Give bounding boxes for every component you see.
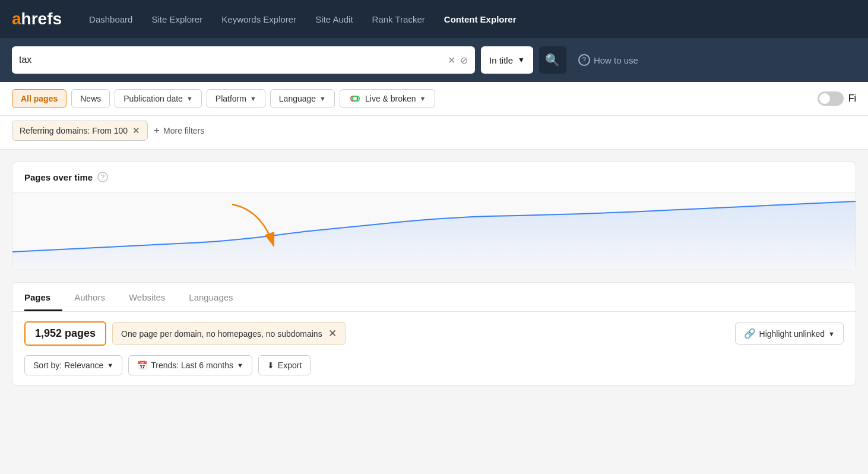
tab-pages[interactable]: Pages — [24, 283, 62, 311]
nav-content-explorer[interactable]: Content Explorer — [435, 0, 526, 38]
platform-label: Platform — [216, 94, 246, 103]
more-filters-button[interactable]: + More filters — [154, 125, 204, 137]
chevron-down-icon: ▼ — [237, 362, 243, 369]
help-search-icon[interactable]: ⊘ — [460, 55, 468, 66]
chevron-down-icon: ▼ — [186, 95, 193, 102]
domain-filter-label: One page per domain, no homepages, no su… — [121, 329, 322, 339]
chart-area — [12, 192, 856, 270]
chevron-down-icon: ▼ — [319, 95, 326, 102]
nav-rank-tracker[interactable]: Rank Tracker — [363, 0, 435, 38]
highlight-label: Highlight unlinked — [759, 329, 825, 339]
search-bar: ✕ ⊘ In title ▼ 🔍 ? How to use — [0, 38, 868, 82]
live-broken-label: Live & broken — [365, 94, 416, 103]
pages-over-time-card: Pages over time ? — [12, 162, 856, 270]
sort-by-button[interactable]: Sort by: Relevance ▼ — [24, 355, 122, 375]
link-status-icon — [349, 94, 362, 103]
search-input-wrapper: ✕ ⊘ — [12, 46, 475, 74]
domain-filter-tag: One page per domain, no homepages, no su… — [112, 322, 346, 345]
chevron-down-icon: ▼ — [828, 330, 835, 337]
filters-bar: All pages News Publication date ▼ Platfo… — [0, 82, 868, 116]
search-mode-dropdown[interactable]: In title ▼ — [481, 46, 533, 74]
nav-site-audit[interactable]: Site Audit — [306, 0, 362, 38]
top-nav: ahrefs Dashboard Site Explorer Keywords … — [0, 0, 868, 38]
toggle-switch[interactable] — [818, 91, 844, 106]
filter-row2: Referring domains: From 100 ✕ + More fil… — [0, 116, 868, 150]
how-to-use[interactable]: ? How to use — [578, 54, 638, 66]
how-to-use-label: How to use — [594, 55, 638, 65]
nav-keywords-explorer[interactable]: Keywords Explorer — [212, 0, 306, 38]
export-icon: ⬇ — [267, 361, 274, 370]
logo-a: a — [12, 10, 21, 29]
news-filter[interactable]: News — [71, 89, 110, 108]
tab-authors[interactable]: Authors — [62, 283, 117, 311]
highlight-unlinked-button[interactable]: 🔗 Highlight unlinked ▼ — [735, 323, 844, 345]
chevron-down-icon: ▼ — [518, 56, 525, 64]
search-input[interactable] — [19, 55, 443, 65]
referring-domains-label: Referring domains: From 100 — [20, 126, 128, 135]
live-broken-filter[interactable]: Live & broken ▼ — [340, 89, 435, 108]
tab-websites[interactable]: Websites — [117, 283, 177, 311]
publication-date-filter[interactable]: Publication date ▼ — [115, 89, 202, 108]
chevron-down-icon: ▼ — [250, 95, 256, 102]
fi-label: Fi — [848, 93, 856, 104]
chevron-down-icon: ▼ — [420, 95, 426, 102]
pages-count: 1,952 pages — [24, 321, 106, 346]
all-pages-label: All pages — [21, 94, 58, 103]
search-mode-label: In title — [489, 55, 513, 65]
tabs-section: Pages Authors Websites Languages 1,952 p… — [12, 282, 856, 385]
sort-by-label: Sort by: Relevance — [33, 361, 103, 370]
tab-languages[interactable]: Languages — [177, 283, 245, 311]
card-header: Pages over time ? — [12, 162, 856, 192]
language-filter[interactable]: Language ▼ — [270, 89, 335, 108]
card-title: Pages over time — [24, 172, 93, 182]
toggle-wrapper: Fi — [818, 91, 856, 106]
chart-help-icon[interactable]: ? — [97, 172, 108, 182]
tabs-header: Pages Authors Websites Languages — [12, 283, 856, 312]
more-filters-label: More filters — [163, 126, 204, 135]
news-label: News — [80, 94, 101, 103]
export-button[interactable]: ⬇ Export — [258, 355, 311, 375]
unlink-icon: 🔗 — [744, 328, 756, 339]
search-magnify-icon: 🔍 — [545, 53, 560, 67]
search-button[interactable]: 🔍 — [539, 46, 566, 74]
sort-toolbar: Sort by: Relevance ▼ 📅 Trends: Last 6 mo… — [12, 355, 856, 385]
calendar-icon: 📅 — [137, 361, 147, 370]
publication-date-label: Publication date — [123, 94, 183, 103]
referring-domains-tag: Referring domains: From 100 ✕ — [12, 121, 148, 141]
trends-button[interactable]: 📅 Trends: Last 6 months ▼ — [128, 355, 252, 375]
logo-hrefs: hrefs — [21, 10, 62, 29]
platform-filter[interactable]: Platform ▼ — [207, 89, 265, 108]
chevron-down-icon: ▼ — [107, 362, 113, 369]
help-icon: ? — [578, 54, 590, 66]
remove-referring-domains-filter[interactable]: ✕ — [132, 125, 140, 136]
clear-icon[interactable]: ✕ — [448, 55, 455, 66]
logo[interactable]: ahrefs — [12, 10, 62, 29]
trends-label: Trends: Last 6 months — [151, 361, 233, 370]
nav-site-explorer[interactable]: Site Explorer — [142, 0, 212, 38]
pages-toolbar: 1,952 pages One page per domain, no home… — [12, 312, 856, 355]
main-content: Pages over time ? — [0, 150, 868, 397]
language-label: Language — [279, 94, 316, 103]
remove-domain-filter[interactable]: ✕ — [328, 327, 337, 340]
plus-icon: + — [154, 125, 160, 137]
export-label: Export — [278, 361, 302, 370]
all-pages-filter[interactable]: All pages — [12, 89, 66, 108]
nav-dashboard[interactable]: Dashboard — [80, 0, 142, 38]
